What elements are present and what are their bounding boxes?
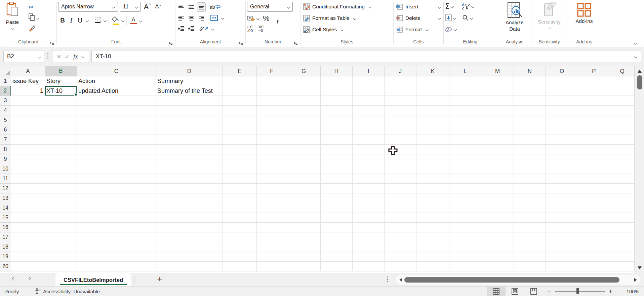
vertical-scroll-thumb[interactable] (637, 75, 642, 89)
copy-dropdown-chevron[interactable] (36, 16, 40, 20)
page-layout-view-button[interactable] (506, 287, 524, 296)
row-header-8[interactable]: 8 (0, 145, 11, 154)
cell-G7[interactable] (287, 135, 321, 145)
cell-G14[interactable] (287, 203, 321, 213)
cell-M18[interactable] (481, 242, 514, 252)
cell-L8[interactable] (449, 145, 481, 154)
cell-F18[interactable] (257, 242, 287, 252)
cell-F5[interactable] (257, 115, 287, 125)
row-header-20[interactable]: 20 (0, 262, 11, 271)
cell-P15[interactable] (578, 213, 610, 223)
cell-Q5[interactable] (610, 115, 635, 125)
cell-K13[interactable] (416, 193, 449, 203)
cell-H9[interactable] (321, 154, 353, 164)
cell-J3[interactable] (385, 96, 416, 106)
cell-H15[interactable] (321, 213, 353, 223)
accounting-format-button[interactable] (247, 14, 259, 23)
select-all-button[interactable] (0, 66, 11, 76)
cell-G15[interactable] (287, 213, 321, 223)
cell-J15[interactable] (385, 213, 416, 223)
cell-D20[interactable] (156, 262, 223, 271)
cell-P11[interactable] (578, 174, 610, 184)
cell-D13[interactable] (156, 193, 223, 203)
cell-H17[interactable] (321, 232, 353, 242)
cell-J4[interactable] (385, 106, 416, 115)
cell-B16[interactable] (45, 223, 77, 232)
cell-H1[interactable] (321, 76, 353, 86)
cell-L16[interactable] (449, 223, 481, 232)
cell-E5[interactable] (223, 115, 257, 125)
cell-O15[interactable] (546, 213, 578, 223)
cell-M2[interactable] (481, 86, 514, 96)
cell-M12[interactable] (481, 184, 514, 193)
cell-G20[interactable] (287, 262, 321, 271)
zoom-slider-thumb[interactable] (576, 288, 579, 294)
cell-I2[interactable] (353, 86, 385, 96)
cell-I15[interactable] (353, 213, 385, 223)
cell-C19[interactable] (77, 252, 156, 262)
borders-dropdown-chevron[interactable] (104, 19, 107, 22)
cell-P8[interactable] (578, 145, 610, 154)
row-header-9[interactable]: 9 (0, 154, 11, 164)
cell-Q20[interactable] (610, 262, 635, 271)
cell-I10[interactable] (353, 164, 385, 174)
cell-Q1[interactable] (610, 76, 635, 86)
cell-P18[interactable] (578, 242, 610, 252)
cell-A4[interactable] (11, 106, 45, 115)
cell-E4[interactable] (223, 106, 257, 115)
cell-A7[interactable] (11, 135, 45, 145)
cell-C5[interactable] (77, 115, 156, 125)
cell-G6[interactable] (287, 125, 321, 135)
cell-L11[interactable] (449, 174, 481, 184)
cell-N5[interactable] (514, 115, 546, 125)
cell-B15[interactable] (45, 213, 77, 223)
cell-F19[interactable] (257, 252, 287, 262)
row-header-3[interactable]: 3 (0, 96, 11, 106)
cell-P17[interactable] (578, 232, 610, 242)
cell-H10[interactable] (321, 164, 353, 174)
cell-L6[interactable] (449, 125, 481, 135)
cell-E20[interactable] (223, 262, 257, 271)
cell-L7[interactable] (449, 135, 481, 145)
cell-F2[interactable] (257, 86, 287, 96)
row-header-1[interactable]: 1 (0, 76, 11, 86)
cell-B3[interactable] (45, 96, 77, 106)
cell-G3[interactable] (287, 96, 321, 106)
cell-A14[interactable] (11, 203, 45, 213)
column-header-A[interactable]: A (11, 66, 45, 76)
page-break-preview-button[interactable] (524, 287, 543, 296)
cell-D19[interactable] (156, 252, 223, 262)
cell-C13[interactable] (77, 193, 156, 203)
cell-B10[interactable] (45, 164, 77, 174)
cell-H11[interactable] (321, 174, 353, 184)
column-header-H[interactable]: H (321, 66, 353, 76)
cell-E11[interactable] (223, 174, 257, 184)
cell-I1[interactable] (353, 76, 385, 86)
cell-O1[interactable] (546, 76, 578, 86)
cell-P4[interactable] (578, 106, 610, 115)
cell-Q7[interactable] (610, 135, 635, 145)
format-cells-button[interactable]: Format (395, 25, 442, 35)
font-size-select[interactable]: 11 (120, 2, 141, 12)
column-header-L[interactable]: L (449, 66, 481, 76)
clear-button[interactable] (445, 25, 456, 34)
cell-P14[interactable] (578, 203, 610, 213)
cell-M5[interactable] (481, 115, 514, 125)
wrap-text-button[interactable]: ab (210, 2, 220, 12)
cell-I11[interactable] (353, 174, 385, 184)
cell-O5[interactable] (546, 115, 578, 125)
cell-D2[interactable]: Summary of the Test (156, 86, 223, 96)
cell-A19[interactable] (11, 252, 45, 262)
cell-B14[interactable] (45, 203, 77, 213)
cell-A15[interactable] (11, 213, 45, 223)
cell-P10[interactable] (578, 164, 610, 174)
cell-O7[interactable] (546, 135, 578, 145)
collapse-ribbon-chevron[interactable] (634, 41, 637, 45)
cell-G12[interactable] (287, 184, 321, 193)
cell-K2[interactable] (416, 86, 449, 96)
cell-H19[interactable] (321, 252, 353, 262)
scroll-right-arrow-icon[interactable] (634, 278, 637, 282)
row-header-4[interactable]: 4 (0, 106, 11, 115)
cell-D8[interactable] (156, 145, 223, 154)
cell-D15[interactable] (156, 213, 223, 223)
